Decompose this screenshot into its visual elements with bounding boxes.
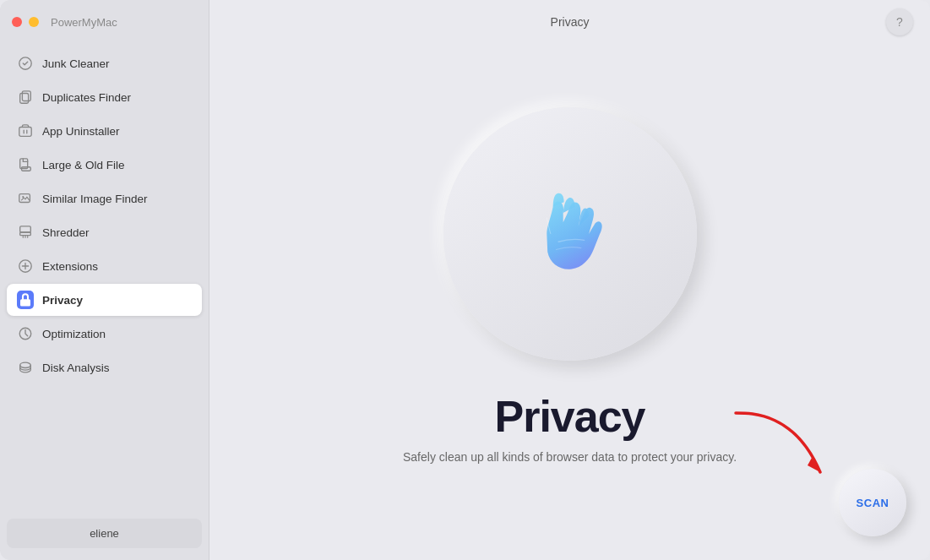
large-file-icon	[17, 156, 34, 173]
sidebar-item-label: Large & Old File	[42, 159, 125, 171]
sidebar-item-label: Duplicates Finder	[42, 91, 131, 104]
svg-rect-1	[20, 94, 29, 104]
sidebar-item-label: Disk Analysis	[42, 362, 110, 374]
minimize-button[interactable]	[29, 17, 39, 27]
similar-image-icon	[17, 190, 34, 207]
sidebar-item-shredder[interactable]: Shredder	[7, 216, 202, 248]
user-button[interactable]: eliene	[7, 519, 202, 548]
app-uninstaller-icon	[17, 122, 34, 139]
junk-cleaner-icon	[17, 55, 34, 72]
main-content: Privacy ?	[209, 0, 930, 560]
sidebar-item-disk-analysis[interactable]: Disk Analysis	[7, 351, 202, 383]
sidebar-item-label: Optimization	[42, 328, 106, 340]
app-name: PowerMyMac	[51, 16, 117, 29]
sidebar-nav: Junk Cleaner Duplicates Finder App Un	[0, 44, 209, 512]
disk-analysis-icon	[17, 359, 34, 376]
extensions-icon	[17, 258, 34, 275]
close-button[interactable]	[12, 17, 22, 27]
scan-button[interactable]: SCAN	[839, 469, 906, 536]
titlebar: PowerMyMac	[0, 0, 209, 44]
sidebar-item-label: Extensions	[42, 260, 98, 273]
privacy-hand-icon	[519, 183, 621, 285]
content-area: Privacy Safely clean up all kinds of bro…	[209, 44, 930, 560]
svg-rect-11	[20, 299, 30, 306]
sidebar-item-label: App Uninstaller	[42, 125, 120, 138]
sidebar-item-app-uninstaller[interactable]: App Uninstaller	[7, 115, 202, 147]
svg-rect-8	[20, 226, 31, 232]
svg-rect-2	[22, 91, 30, 101]
arrow-indicator	[727, 405, 837, 492]
feature-title: Privacy	[494, 391, 644, 442]
scan-button-container: SCAN	[839, 469, 906, 536]
sidebar-item-optimization[interactable]: Optimization	[7, 318, 202, 350]
sidebar-item-duplicates-finder[interactable]: Duplicates Finder	[7, 81, 202, 113]
duplicates-finder-icon	[17, 89, 34, 106]
sidebar-item-label: Similar Image Finder	[42, 193, 148, 205]
feature-subtitle: Safely clean up all kinds of browser dat…	[403, 450, 737, 464]
svg-point-7	[22, 196, 24, 198]
sidebar-item-label: Shredder	[42, 226, 90, 239]
sidebar: PowerMyMac Junk Cleaner Duplicates Finde…	[0, 0, 209, 560]
sidebar-item-label: Junk Cleaner	[42, 57, 110, 70]
sidebar-bottom: eliene	[0, 512, 209, 560]
sidebar-item-label: Privacy	[42, 294, 83, 307]
optimization-icon	[17, 325, 34, 342]
sidebar-item-similar-image-finder[interactable]: Similar Image Finder	[7, 182, 202, 215]
page-title: Privacy	[551, 15, 590, 29]
help-button[interactable]: ?	[886, 8, 913, 35]
privacy-icon	[17, 291, 34, 308]
svg-rect-3	[19, 128, 31, 137]
feature-icon-container	[443, 107, 697, 361]
sidebar-item-junk-cleaner[interactable]: Junk Cleaner	[7, 47, 202, 79]
sidebar-item-privacy[interactable]: Privacy	[7, 284, 202, 316]
svg-point-13	[20, 362, 31, 367]
shredder-icon	[17, 224, 34, 241]
sidebar-item-extensions[interactable]: Extensions	[7, 250, 202, 282]
topbar: Privacy ?	[209, 0, 930, 44]
sidebar-item-large-old-file[interactable]: Large & Old File	[7, 149, 202, 181]
